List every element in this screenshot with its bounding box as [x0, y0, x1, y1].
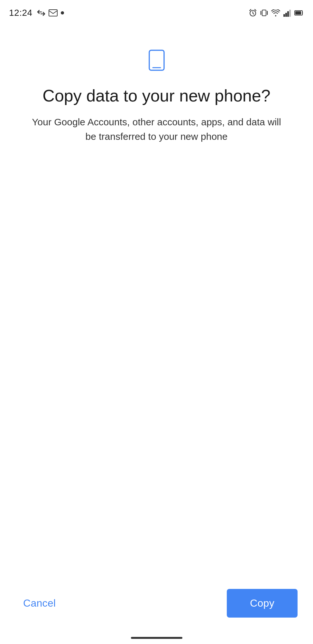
status-right — [249, 9, 304, 17]
home-indicator — [0, 637, 313, 644]
gmail-icon — [49, 9, 58, 16]
svg-rect-12 — [295, 11, 301, 14]
svg-rect-10 — [289, 10, 291, 17]
svg-rect-2 — [49, 10, 57, 16]
status-bar: 12:24 — [0, 0, 313, 23]
signal-icon — [283, 9, 291, 17]
bottom-bar: Cancel Copy — [0, 576, 313, 637]
status-time: 12:24 — [9, 8, 32, 18]
sync-icon — [37, 10, 45, 16]
phone-icon — [145, 49, 168, 72]
notification-dot — [61, 11, 64, 14]
copy-button[interactable]: Copy — [227, 589, 298, 618]
status-icons-left — [37, 9, 64, 16]
cancel-button[interactable]: Cancel — [15, 591, 63, 616]
svg-rect-7 — [283, 14, 285, 17]
status-left: 12:24 — [9, 8, 64, 18]
home-bar — [131, 637, 182, 639]
page-title: Copy data to your new phone? — [42, 86, 270, 106]
svg-rect-4 — [262, 10, 266, 16]
alarm-icon — [249, 9, 257, 17]
phone-icon-container — [145, 49, 168, 73]
main-content: Copy data to your new phone? Your Google… — [0, 23, 313, 576]
battery-icon — [294, 10, 304, 16]
svg-rect-8 — [285, 13, 287, 17]
svg-rect-9 — [287, 11, 289, 17]
wifi-icon — [271, 9, 280, 16]
vibrate-icon — [260, 9, 268, 17]
page-subtitle: Your Google Accounts, other accounts, ap… — [31, 115, 282, 144]
